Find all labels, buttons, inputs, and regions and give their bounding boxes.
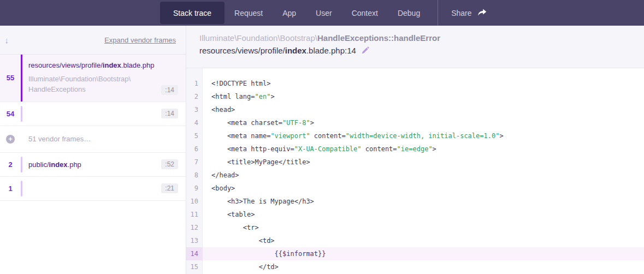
code-text: {{$informat}} — [203, 247, 326, 260]
frame-row-55[interactable]: 55resources/views/profile/index.blade.ph… — [0, 55, 186, 102]
code-text: <table> — [203, 208, 255, 221]
line-number: 12 — [186, 221, 203, 234]
vendor-icon-col: + — [0, 135, 21, 144]
tab-app[interactable]: App — [273, 0, 306, 26]
breadcrumb: Illuminate\Foundation\Bootstrap\HandleEx… — [199, 33, 631, 43]
expand-vendor-frames-link[interactable]: Expand vendor frames — [104, 36, 176, 44]
code-line-1: 1<!DOCTYPE html> — [186, 77, 644, 90]
breadcrumb-method: HandleExceptions::handleError — [317, 33, 440, 43]
frame-content: public/index.php:52 — [22, 153, 186, 176]
frame-content: :14 — [22, 102, 186, 126]
frame-number: 1 — [0, 177, 21, 200]
pencil-icon[interactable] — [361, 46, 369, 55]
main-panel: Illuminate\Foundation\Bootstrap\HandleEx… — [186, 26, 644, 274]
code-text: <body> — [203, 182, 235, 195]
line-number: 6 — [186, 142, 203, 156]
code-text: <!DOCTYPE html> — [203, 77, 270, 90]
frames-list: 55resources/views/profile/index.blade.ph… — [0, 55, 186, 201]
frame-number: 55 — [0, 55, 21, 102]
frame-class-row: Illuminate\Foundation\Bootstrap\HandleEx… — [28, 74, 178, 95]
share-label: Share — [451, 9, 471, 17]
code-text: </head> — [203, 169, 239, 182]
line-number: 14 — [186, 247, 203, 260]
share-button[interactable]: Share — [446, 0, 492, 26]
arrow-down-icon[interactable]: ↓ — [5, 35, 9, 45]
frame-file-path: resources/views/profile/index.blade.php — [28, 61, 155, 69]
frame-row-1[interactable]: 1:21 — [0, 177, 186, 201]
code-line-5: 5 <meta name="viewport" content="width=d… — [186, 129, 644, 142]
line-number-badge: :14 — [161, 109, 178, 118]
code-text: <tr> — [203, 221, 259, 234]
arrow-up-icon[interactable]: ↑ — [0, 35, 1, 45]
navbar-divider — [438, 0, 438, 26]
line-number: 8 — [186, 169, 203, 182]
line-number: 7 — [186, 156, 203, 169]
line-number-badge: :21 — [161, 183, 178, 193]
line-number: 13 — [186, 234, 203, 247]
tab-request[interactable]: Request — [224, 0, 273, 26]
code-line-13: 13 <td> — [186, 234, 644, 247]
code-line-4: 4 <meta charset="UTF-8"> — [186, 116, 644, 129]
code-text: <title>MyPage</title> — [203, 156, 310, 169]
line-number: 5 — [186, 129, 203, 142]
frame-number: 2 — [0, 153, 21, 176]
sidebar-header: ↑ ↓ Expand vendor frames — [0, 26, 186, 55]
line-number: 9 — [186, 182, 203, 195]
code-text: <head> — [203, 103, 235, 116]
tab-debug[interactable]: Debug — [388, 0, 430, 26]
line-number: 10 — [186, 195, 203, 208]
file-path-text: resources/views/profile/index.blade.php:… — [199, 46, 356, 55]
frame-number: 54 — [0, 102, 21, 126]
frame-file-path: public/index.php — [28, 160, 81, 169]
plus-circle-icon[interactable]: + — [6, 135, 15, 144]
code-line-14: 14 {{$informat}} — [186, 247, 644, 260]
navbar-tabs: Stack traceRequestAppUserContextDebug — [160, 0, 430, 26]
line-number: 11 — [186, 208, 203, 221]
frame-class-name: Illuminate\Foundation\Bootstrap\HandleEx… — [28, 74, 131, 95]
code-text: <meta name="viewport" content="width=dev… — [203, 129, 504, 142]
frame-row-2[interactable]: 2public/index.php:52 — [0, 153, 186, 177]
code-line-12: 12 <tr> — [186, 221, 644, 234]
line-number: 2 — [186, 90, 203, 103]
code-line-7: 7 <title>MyPage</title> — [186, 156, 644, 169]
frame-content: resources/views/profile/index.blade.phpI… — [22, 55, 186, 102]
code-text: <h3>The is Mypage</h3> — [203, 195, 314, 208]
line-number: 1 — [186, 77, 203, 90]
frame-path-row: public/index.php:52 — [28, 159, 178, 169]
file-path: resources/views/profile/index.blade.php:… — [199, 46, 631, 55]
frame-header: Illuminate\Foundation\Bootstrap\HandleEx… — [186, 26, 644, 68]
line-number-badge: :14 — [161, 85, 178, 95]
line-number: 4 — [186, 116, 203, 129]
tab-stack-trace[interactable]: Stack trace — [160, 2, 224, 24]
code-text: </td> — [203, 260, 279, 273]
top-navbar: Stack traceRequestAppUserContextDebug Sh… — [0, 0, 644, 26]
tab-user[interactable]: User — [306, 0, 342, 26]
code-text: <meta http-equiv="X-UA-Compatible" conte… — [203, 142, 436, 156]
code-line-2: 2<html lang="en"> — [186, 90, 644, 103]
code-editor: 1<!DOCTYPE html>2<html lang="en">3<head>… — [186, 68, 644, 274]
frame-nav-arrows: ↑ ↓ — [0, 35, 9, 45]
code-text: <td> — [203, 234, 275, 247]
code-line-9: 9<body> — [186, 182, 644, 195]
stack-frames-sidebar: ↑ ↓ Expand vendor frames 55resources/vie… — [0, 26, 186, 274]
frame-content: :21 — [22, 177, 186, 200]
code-line-6: 6 <meta http-equiv="X-UA-Compatible" con… — [186, 142, 644, 156]
frame-path-row: :21 — [28, 183, 178, 193]
code-text: <html lang="en"> — [203, 90, 275, 103]
line-number: 3 — [186, 103, 203, 116]
share-arrow-icon — [477, 9, 487, 17]
code-line-8: 8</head> — [186, 169, 644, 182]
frame-row-54[interactable]: 54:14 — [0, 102, 186, 126]
code-text: <meta charset="UTF-8"> — [203, 116, 314, 129]
vendor-frames-label: 51 vendor frames… — [22, 128, 98, 150]
code-line-3: 3<head> — [186, 103, 644, 116]
frame-path-row: :14 — [28, 109, 178, 118]
code-line-15: 15 </td> — [186, 260, 644, 273]
tab-context[interactable]: Context — [342, 0, 388, 26]
line-number-badge: :52 — [161, 159, 178, 169]
content-layout: ↑ ↓ Expand vendor frames 55resources/vie… — [0, 26, 644, 274]
frame-path-row: resources/views/profile/index.blade.php — [28, 61, 178, 69]
line-number: 15 — [186, 260, 203, 273]
code-line-11: 11 <table> — [186, 208, 644, 221]
vendor-frames-row[interactable]: +51 vendor frames… — [0, 126, 186, 153]
